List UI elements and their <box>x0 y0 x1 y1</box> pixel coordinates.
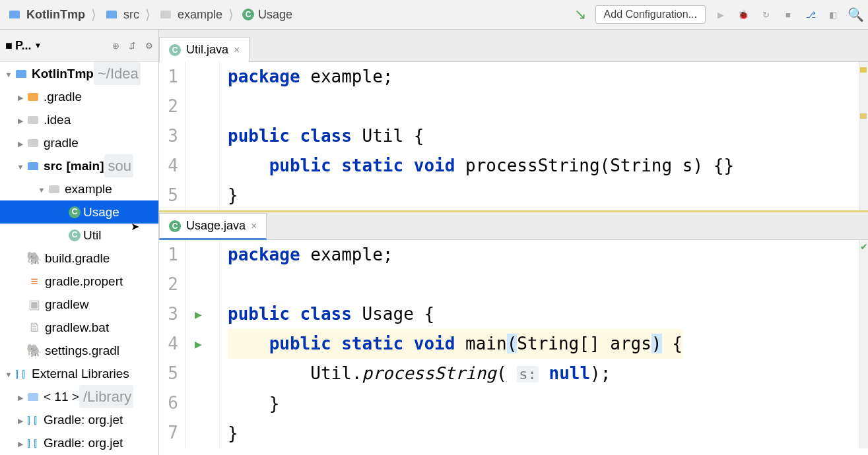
project-folder-icon <box>8 8 21 21</box>
layout-icon[interactable]: ◧ <box>826 7 840 22</box>
src-folder-icon <box>105 8 118 21</box>
libs-icon: ⫿⫿ <box>15 367 28 380</box>
collapse-icon[interactable]: ⇵ <box>129 41 136 51</box>
tree-src[interactable]: src[main]sou <box>0 154 158 177</box>
breadcrumbs: KotlinTmp⟩ src⟩ example⟩ C Usage <box>5 5 573 24</box>
tab-label: Usage.java <box>186 219 246 233</box>
marker-bar[interactable]: ✔ <box>859 240 868 448</box>
editor-usage[interactable]: 1234567 ▶▶ package example; public class… <box>159 240 868 448</box>
tree-ext-libs[interactable]: ⫿⫿External Libraries <box>0 362 158 385</box>
project-tree: KotlinTmp~/Idea .gradle .idea gradle src… <box>0 62 158 455</box>
tree-settings-gradle[interactable]: 🐘settings.gradl <box>0 339 158 362</box>
tree-jdk[interactable]: < 11 >/Library <box>0 385 158 408</box>
crumb-example[interactable]: example⟩ <box>156 5 238 24</box>
marker-bar[interactable] <box>859 62 868 210</box>
project-view-selector[interactable]: ■ P... ▼ <box>5 39 103 53</box>
add-configuration-button[interactable]: Add Configuration... <box>595 5 706 24</box>
crumb-src[interactable]: src⟩ <box>102 5 155 24</box>
tab-usage[interactable]: C Usage.java × <box>159 213 267 240</box>
tree-root[interactable]: KotlinTmp~/Idea <box>0 62 158 85</box>
class-icon: C <box>169 44 181 56</box>
editor-area: C Util.java × 12345 package example; pub… <box>159 30 868 455</box>
close-tab-icon[interactable]: × <box>251 220 257 232</box>
tree-idea-dot[interactable]: .idea <box>0 108 158 131</box>
props-icon: ≡ <box>28 275 41 288</box>
debug-icon[interactable]: 🐞 <box>736 7 751 22</box>
build-hammer-icon[interactable]: ↘ <box>573 7 587 22</box>
tree-gradle-lib-2[interactable]: ⫿⫿Gradle: org.jet <box>0 431 158 454</box>
tabbar-2: C Usage.java × <box>159 212 868 240</box>
git-icon[interactable]: ⎇ <box>803 7 818 22</box>
locate-icon[interactable]: ⊕ <box>112 41 119 51</box>
tree-usage[interactable]: CUsage <box>0 200 158 224</box>
tree-gradlew-bat[interactable]: 🗎gradlew.bat <box>0 316 158 339</box>
tree-gradle-props[interactable]: ≡gradle.propert <box>0 270 158 293</box>
run-gutter[interactable]: ▶▶ <box>185 240 220 448</box>
tree-gradle-dot[interactable]: .gradle <box>0 85 158 108</box>
tree-gradle[interactable]: gradle <box>0 131 158 154</box>
editor-util[interactable]: 12345 package example; public class Util… <box>159 62 868 212</box>
tree-util[interactable]: CUtil <box>0 224 158 247</box>
tree-gradle-lib-1[interactable]: ⫿⫿Gradle: org.jet <box>0 408 158 431</box>
class-icon: C <box>169 220 181 232</box>
class-icon: C <box>69 229 81 241</box>
file-icon: 🗎 <box>28 321 41 334</box>
sidebar-header: ■ P... ▼ ⊕ ⇵ ⚙ <box>0 30 158 62</box>
gutter: 1234567 <box>159 240 185 448</box>
coverage-icon[interactable]: ↻ <box>758 7 773 22</box>
search-icon[interactable]: 🔍 <box>848 7 863 22</box>
tab-util[interactable]: C Util.java × <box>159 37 250 62</box>
class-icon: C <box>242 9 254 20</box>
crumb-usage[interactable]: C Usage <box>240 7 295 23</box>
main-toolbar: KotlinTmp⟩ src⟩ example⟩ C Usage ↘ Add C… <box>0 0 868 30</box>
run-icon[interactable]: ▶ <box>714 7 728 22</box>
shell-icon: ▣ <box>28 298 41 311</box>
tree-gradlew[interactable]: ▣gradlew <box>0 293 158 316</box>
stop-icon[interactable]: ■ <box>781 7 795 22</box>
settings-gear-icon[interactable]: ⚙ <box>145 41 153 51</box>
crumb-project[interactable]: KotlinTmp⟩ <box>5 5 101 24</box>
tab-label: Util.java <box>186 43 228 57</box>
ok-check-icon: ✔ <box>860 241 868 252</box>
code-content[interactable]: package example; public class Util { pub… <box>220 62 734 210</box>
tabbar-1: C Util.java × <box>159 30 868 62</box>
libs-icon: ⫿⫿ <box>26 413 40 427</box>
run-line-icon[interactable]: ▶ <box>185 299 219 329</box>
tree-example[interactable]: example <box>0 177 158 200</box>
elephant-icon: 🐘 <box>28 344 41 357</box>
param-hint: s: <box>517 366 539 382</box>
close-tab-icon[interactable]: × <box>234 44 240 56</box>
code-content[interactable]: package example; public class Usage { pu… <box>220 240 683 448</box>
run-line-icon[interactable]: ▶ <box>185 329 219 359</box>
run-gutter <box>185 62 220 210</box>
tree-build-gradle[interactable]: 🐘build.gradle <box>0 247 158 270</box>
elephant-icon: 🐘 <box>28 252 41 265</box>
libs-icon: ⫿⫿ <box>26 437 40 450</box>
package-folder-icon <box>159 8 172 21</box>
project-sidebar: ■ P... ▼ ⊕ ⇵ ⚙ KotlinTmp~/Idea .gradle .… <box>0 30 159 455</box>
gutter: 12345 <box>159 62 185 210</box>
class-icon: C <box>69 206 81 218</box>
